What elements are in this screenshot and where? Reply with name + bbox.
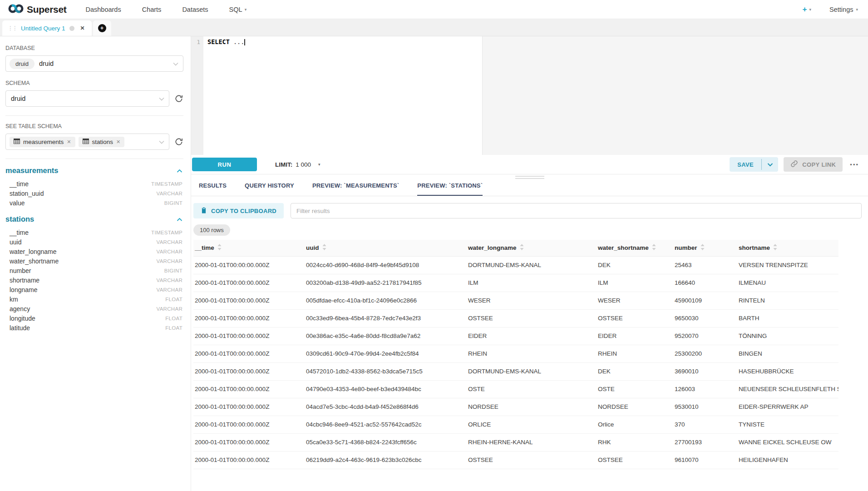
sort-icon[interactable] [520, 244, 524, 252]
column-header[interactable]: number [673, 240, 737, 256]
cell-uuid: 04cbc946-8ee9-4521-ac52-557642cad52c [305, 416, 467, 433]
column-name: __time [10, 229, 29, 236]
caret-down-icon: ▾ [245, 7, 247, 12]
table-chip-label: stations [92, 139, 113, 145]
new-item-menu[interactable]: + ▾ [803, 5, 811, 14]
sort-icon[interactable] [773, 244, 777, 252]
editor-code[interactable]: SELECT ... [203, 36, 245, 155]
sort-icon[interactable] [700, 244, 705, 252]
column-header-label: __time [195, 244, 214, 251]
database-select[interactable]: druid druid [5, 55, 183, 72]
cell-water-longname: OSTSEE [467, 309, 597, 327]
table-schema-select[interactable]: measurements ✕ stations ✕ [5, 134, 169, 150]
save-button[interactable]: SAVE [730, 157, 761, 172]
superset-logo-icon [8, 4, 24, 15]
close-icon[interactable]: ✕ [80, 25, 85, 31]
column-header-label: uuid [306, 244, 319, 251]
table-row: 2000-01-01T00:00:00.000Z 06219dd9-a2c4-4… [193, 451, 838, 469]
sort-icon[interactable] [652, 244, 656, 252]
remove-chip-icon[interactable]: ✕ [116, 139, 120, 145]
column-type: VARCHAR [157, 306, 182, 312]
caret-down-icon: ▾ [318, 162, 321, 167]
refresh-schemas-button[interactable] [174, 94, 183, 103]
cell-number: 370 [673, 416, 737, 433]
save-button-group: SAVE [730, 157, 778, 172]
panel-resize-handle[interactable] [515, 176, 544, 180]
limit-dropdown[interactable]: LIMIT: 1 000 ▾ [275, 161, 321, 168]
chevron-up-icon[interactable] [177, 167, 182, 175]
sort-icon[interactable] [322, 244, 326, 252]
table-row: 2000-01-01T00:00:00.000Z 005dfdae-efcc-4… [193, 292, 838, 309]
caret-down-icon: ▾ [856, 7, 858, 12]
sidebar-divider [5, 115, 183, 116]
drag-handle-icon[interactable]: ⋮⋮ [8, 25, 17, 31]
query-tab-active[interactable]: ⋮⋮ Untitled Query 1 ✕ [2, 20, 92, 36]
row-count-badge: 100 rows [193, 224, 230, 236]
table-row: 2000-01-01T00:00:00.000Z 04cbc946-8ee9-4… [193, 416, 838, 433]
tab-preview-measurements[interactable]: PREVIEW: `MEASUREMENTS` [312, 182, 399, 196]
copy-to-clipboard-label: COPY TO CLIPBOARD [211, 208, 276, 214]
column-type: TIMESTAMP [151, 230, 182, 235]
plus-circle-icon: + [98, 24, 106, 32]
tab-results[interactable]: RESULTS [199, 182, 227, 196]
table-chip-stations: stations ✕ [79, 137, 125, 147]
cell-water-longname: ILM [467, 274, 597, 292]
save-dropdown-button[interactable] [762, 157, 778, 172]
print-margin [482, 36, 868, 155]
copy-link-button[interactable]: COPY LINK [784, 157, 843, 172]
results-header-row: __time uuid [193, 240, 838, 256]
column-name: station_uuid [10, 190, 44, 197]
limit-value: 1 000 [296, 161, 311, 168]
chevron-up-icon[interactable] [177, 215, 182, 223]
sql-editor[interactable]: 1 SELECT ... [191, 36, 868, 155]
cell-shortname: BINGEN [737, 345, 838, 362]
table-row: 2000-01-01T00:00:00.000Z 04acd7e5-3cbc-4… [193, 398, 838, 416]
nav-item-sql-label: SQL [229, 6, 242, 13]
schema-table-measurements[interactable]: measurements [5, 166, 58, 175]
column-name: latitude [10, 324, 30, 332]
table-row: 2000-01-01T00:00:00.000Z 003200ab-d138-4… [193, 274, 838, 292]
chevron-down-icon [173, 60, 178, 68]
schema-column-row: station_uuid VARCHAR [5, 188, 183, 198]
column-header[interactable]: __time [193, 240, 305, 256]
settings-menu[interactable]: Settings ▾ [829, 6, 858, 13]
table-row: 2000-01-01T00:00:00.000Z 05ca0e33-5c71-4… [193, 433, 838, 451]
nav-item-charts[interactable]: Charts [142, 6, 162, 13]
schema-select[interactable]: druid [5, 90, 169, 107]
nav-item-dashboards[interactable]: Dashboards [85, 6, 121, 13]
cell-water-longname: OSTE [467, 380, 597, 398]
add-query-tab-button[interactable]: + [93, 20, 111, 36]
cell-water-longname: DORTMUND-EMS-KANAL [467, 256, 597, 274]
run-button[interactable]: RUN [192, 158, 257, 171]
column-header[interactable]: water_longname [467, 240, 597, 256]
remove-chip-icon[interactable]: ✕ [67, 139, 71, 145]
cell-water-longname: DORTMUND-EMS-KANAL [467, 362, 597, 380]
cell-uuid: 04acd7e5-3cbc-4cdd-b4a9-f452e868f4d6 [305, 398, 467, 416]
filter-results-input[interactable] [291, 203, 862, 218]
tab-query-history[interactable]: QUERY HISTORY [245, 182, 294, 196]
copy-to-clipboard-button[interactable]: COPY TO CLIPBOARD [193, 203, 284, 218]
column-header[interactable]: water_shortname [597, 240, 673, 256]
cell-time: 2000-01-01T00:00:00.000Z [193, 398, 305, 416]
cell-time: 2000-01-01T00:00:00.000Z [193, 433, 305, 451]
schema-table-stations[interactable]: stations [5, 215, 34, 223]
table-row: 2000-01-01T00:00:00.000Z 00e386ac-e35c-4… [193, 327, 838, 345]
schema-column-row: agency VARCHAR [5, 304, 183, 313]
database-backend-chip: druid [10, 59, 35, 69]
schema-column-row: km FLOAT [5, 294, 183, 304]
superset-brand[interactable]: Superset [8, 4, 66, 15]
schema-column-row: water_shortname VARCHAR [5, 256, 183, 266]
more-menu-button[interactable]: ••• [848, 161, 861, 168]
cell-water-longname: EIDER [467, 327, 597, 345]
editor-gutter: 1 [191, 36, 203, 155]
cell-time: 2000-01-01T00:00:00.000Z [193, 256, 305, 274]
nav-item-datasets[interactable]: Datasets [182, 6, 208, 13]
tab-preview-stations[interactable]: PREVIEW: `STATIONS` [417, 182, 483, 196]
nav-item-sql[interactable]: SQL ▾ [229, 6, 247, 13]
column-header[interactable]: shortname [737, 240, 838, 256]
refresh-tables-button[interactable] [174, 137, 183, 146]
cell-uuid: 00c33ed9-6bea-45b4-8728-7edc7e43e2f3 [305, 309, 467, 327]
cell-shortname: TÖNNING [737, 327, 838, 345]
column-header[interactable]: uuid [305, 240, 467, 256]
sort-icon[interactable] [217, 244, 222, 252]
